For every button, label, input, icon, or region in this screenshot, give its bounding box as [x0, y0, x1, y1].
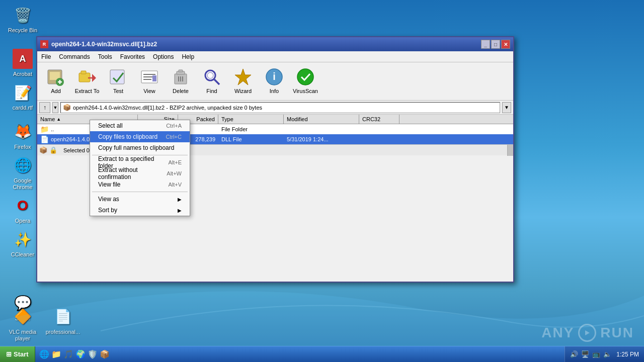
svg-rect-7	[81, 71, 86, 74]
taskbar-chrome-icon[interactable]: 🌍	[75, 349, 86, 359]
taskbar-winrar-icon[interactable]: 📦	[100, 349, 110, 359]
ctx-separator-2	[92, 192, 188, 192]
close-button[interactable]: ✕	[501, 40, 510, 49]
ctx-select-all-shortcut: Ctrl+A	[166, 123, 182, 129]
firefox-label: Firefox	[14, 144, 31, 150]
col-header-type[interactable]: Type	[218, 115, 284, 124]
ctx-view-file-label: View file	[98, 181, 120, 188]
parent-type: File Folder	[218, 125, 284, 133]
recycle-bin-label: Recycle Bin	[8, 27, 37, 34]
col-header-crc32[interactable]: CRC32	[359, 115, 399, 124]
context-menu: Select all Ctrl+A Copy files to clipboar…	[90, 120, 190, 216]
ctx-sort-by[interactable]: Sort by ▶	[90, 205, 190, 216]
svg-rect-18	[179, 70, 183, 72]
acrobat-icon[interactable]: A Acrobat	[5, 49, 40, 77]
anyrun-play-icon	[578, 324, 596, 342]
toolbar-wizard-label: Wizard	[234, 88, 252, 94]
ctx-select-all-label: Select all	[98, 122, 123, 129]
ctx-copy-files[interactable]: Copy files to clipboard Ctrl+C	[90, 131, 190, 142]
col-header-modified[interactable]: Modified	[284, 115, 359, 124]
ctx-copy-names-label: Copy full names to clipboard	[98, 144, 174, 151]
ctx-view-file[interactable]: View file Alt+V	[90, 179, 190, 190]
tray-volume-icon[interactable]: 🔊	[570, 350, 578, 358]
ctx-sort-by-label: Sort by	[98, 207, 117, 214]
toolbar-virusscan-label: VirusScan	[293, 88, 318, 94]
tray-speaker-icon[interactable]: 🔈	[603, 350, 611, 358]
desktop-icons-bottom: 🔶 VLC media player 📄 professional...	[5, 307, 80, 342]
address-text: openh264-1.4.0-win32msvc.dll[1].bz2 - BZ…	[73, 105, 262, 111]
taskbar-ie-icon[interactable]: 🌐	[39, 349, 49, 359]
chrome-icon[interactable]: 🌐 Google Chrome	[5, 155, 40, 191]
start-button[interactable]: ⊞ Start	[0, 346, 35, 363]
toolbar-extract-to[interactable]: Extract To	[72, 64, 102, 99]
acrobat-label: Acrobat	[13, 71, 32, 77]
opera-label: Opera	[15, 218, 31, 224]
ctx-copy-names[interactable]: Copy full names to clipboard	[90, 142, 190, 153]
tray-network-icon[interactable]: 🖥️	[581, 350, 589, 358]
address-dropdown-button[interactable]: ▼	[502, 102, 511, 113]
ctx-extract-without[interactable]: Extract without confirmation Alt+W	[90, 168, 190, 179]
toolbar-virusscan[interactable]: VirusScan	[291, 64, 320, 99]
ctx-select-all[interactable]: Select all Ctrl+A	[90, 120, 190, 131]
recycle-bin-icon[interactable]: 🗑️ Recycle Bin	[5, 5, 40, 34]
menu-file[interactable]: File	[37, 51, 55, 62]
taskbar-middle: 🌐 📁 🎵 🌍 🛡️ 📦	[35, 349, 565, 359]
toolbar-delete[interactable]: Delete	[166, 64, 195, 99]
chrome-label: Google Chrome	[5, 177, 40, 191]
ctx-view-as[interactable]: View as ▶	[90, 194, 190, 205]
toolbar-wizard[interactable]: Wizard	[228, 64, 258, 99]
restore-button[interactable]: □	[491, 40, 500, 49]
archive-icon: 📦	[63, 104, 71, 111]
menu-favorites[interactable]: Favorites	[116, 51, 149, 62]
toolbar-info-label: Info	[270, 88, 279, 94]
toolbar-find[interactable]: Find	[197, 64, 226, 99]
svg-text:i: i	[273, 71, 276, 82]
cardd-rtf-icon[interactable]: 📝 cardd.rtf	[5, 82, 40, 111]
minimize-button[interactable]: _	[481, 40, 490, 49]
toolbar-delete-label: Delete	[173, 88, 189, 94]
toolbar-info[interactable]: i Info	[260, 64, 289, 99]
status-resize-grip	[507, 145, 513, 156]
cardd-rtf-label: cardd.rtf	[13, 105, 33, 111]
svg-marker-0	[585, 330, 590, 335]
window-titlebar[interactable]: R openh264-1.4.0-win32msvc.dll[1].bz2 _ …	[37, 37, 513, 51]
vlc-icon[interactable]: 🔶 VLC media player	[5, 307, 40, 342]
taskbar-media-icon[interactable]: 🎵	[63, 349, 73, 359]
taskbar-explorer-icon[interactable]: 📁	[51, 349, 61, 359]
menu-tools[interactable]: Tools	[94, 51, 116, 62]
toolbar-test-label: Test	[113, 88, 123, 94]
menubar: File Commands Tools Favorites Options He…	[37, 51, 513, 62]
taskbar-quick-launch: 🌐 📁 🎵 🌍 🛡️ 📦	[37, 349, 112, 359]
taskbar: ⊞ Start 🌐 📁 🎵 🌍 🛡️ 📦 🔊 🖥️ 📺 🔈 1:25 PM	[0, 346, 644, 362]
toolbar-view[interactable]: View	[135, 64, 164, 99]
svg-point-22	[205, 70, 215, 80]
ctx-view-as-arrow: ▶	[178, 197, 182, 202]
ctx-extract-without-shortcut: Alt+W	[167, 170, 182, 176]
ccleaner-icon[interactable]: ✨ CCleaner	[5, 229, 40, 258]
opera-icon[interactable]: O Opera	[5, 196, 40, 224]
ctx-copy-files-shortcut: Ctrl+C	[166, 134, 182, 140]
firefox-icon[interactable]: 🦊 Firefox	[5, 122, 40, 150]
toolbar-extract-label: Extract To	[75, 88, 100, 94]
address-field: 📦 openh264-1.4.0-win32msvc.dll[1].bz2 - …	[60, 102, 500, 113]
svg-marker-25	[235, 69, 251, 85]
toolbar-test[interactable]: Test	[104, 64, 133, 99]
start-label: Start	[14, 350, 29, 358]
toolbar-find-label: Find	[206, 88, 217, 94]
navigate-up-button[interactable]: ↑	[39, 102, 50, 113]
menu-options[interactable]: Options	[149, 51, 178, 62]
professional-label: professional...	[46, 329, 80, 335]
svg-point-28	[297, 69, 313, 85]
menu-help[interactable]: Help	[178, 51, 198, 62]
tray-monitor-icon[interactable]: 📺	[592, 350, 600, 358]
ctx-sort-by-arrow: ▶	[178, 208, 182, 213]
toolbar-add[interactable]: Add	[41, 64, 70, 99]
file-modified: 5/31/2019 1:24...	[284, 135, 359, 143]
ctx-view-as-label: View as	[98, 196, 119, 203]
professional-icon[interactable]: 📄 professional...	[45, 307, 80, 342]
taskbar-shield-icon[interactable]: 🛡️	[88, 349, 98, 359]
toolbar: Add Extract To	[37, 62, 513, 101]
svg-rect-15	[152, 75, 156, 81]
status-icons: 📦 🔒	[37, 146, 59, 154]
menu-commands[interactable]: Commands	[55, 51, 94, 62]
